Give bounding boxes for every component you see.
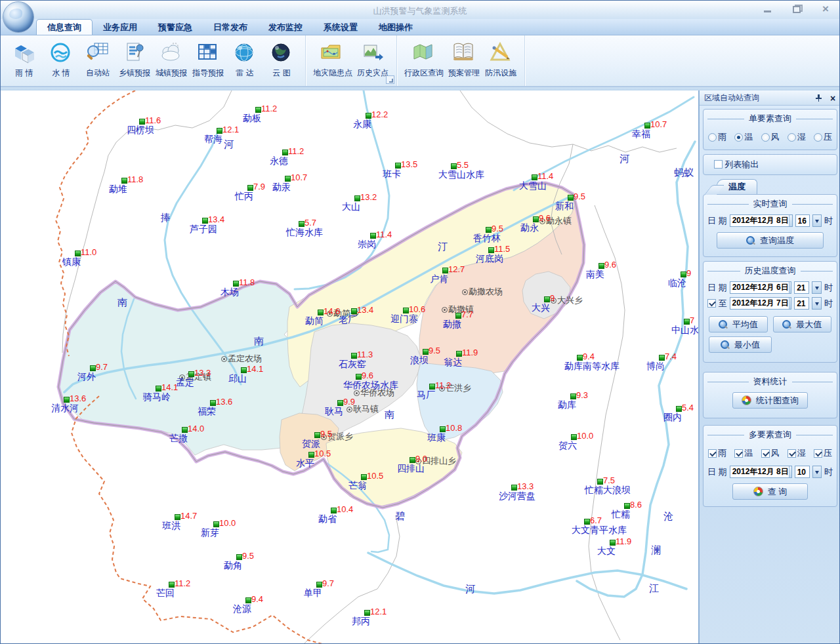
- tab-预警应急[interactable]: 预警应急: [148, 20, 203, 35]
- station-marker-icon[interactable]: [598, 263, 604, 269]
- list-output-checkbox[interactable]: [714, 160, 723, 169]
- history-start-date-combo[interactable]: 2012年12月 6日: [730, 281, 792, 294]
- station-marker-icon[interactable]: [410, 457, 415, 463]
- checkbox-icon[interactable]: [708, 449, 717, 458]
- station-marker-icon[interactable]: [577, 355, 583, 361]
- checkbox-压[interactable]: 压: [814, 447, 832, 459]
- station-marker-icon[interactable]: [533, 216, 539, 222]
- station-marker-icon[interactable]: [241, 367, 247, 373]
- station-marker-icon[interactable]: [90, 365, 96, 371]
- station-marker-icon[interactable]: [455, 313, 461, 319]
- station-marker-icon[interactable]: [351, 308, 357, 314]
- chevron-down-icon[interactable]: [789, 215, 793, 226]
- station-marker-icon[interactable]: [395, 163, 401, 169]
- station-marker-icon[interactable]: [597, 479, 603, 485]
- statistics-chart-button[interactable]: 统计图查询: [732, 392, 808, 409]
- station-marker-icon[interactable]: [403, 308, 409, 313]
- station-marker-icon[interactable]: [236, 554, 242, 560]
- checkbox-icon[interactable]: [734, 449, 743, 458]
- tab-日常发布[interactable]: 日常发布: [203, 20, 258, 35]
- group-dialog-launcher[interactable]: [386, 75, 394, 84]
- history-start-hour-input[interactable]: 21: [794, 281, 809, 294]
- toolbar-button-city-forecast[interactable]: 城镇预报: [153, 37, 190, 86]
- radio-压[interactable]: 压: [814, 131, 832, 143]
- toolbar-button-water[interactable]: 水 情: [43, 37, 79, 86]
- history-end-hour-input[interactable]: 21: [794, 297, 809, 310]
- station-marker-icon[interactable]: [366, 113, 371, 119]
- tab-系统设置[interactable]: 系统设置: [313, 20, 368, 35]
- radio-风[interactable]: 风: [761, 131, 780, 143]
- station-marker-icon[interactable]: [456, 351, 462, 357]
- radio-button-icon[interactable]: [708, 133, 717, 142]
- radio-button-icon[interactable]: [734, 133, 743, 142]
- station-marker-icon[interactable]: [659, 355, 665, 361]
- minimize-button[interactable]: [763, 5, 772, 14]
- checkbox-icon[interactable]: [761, 449, 770, 458]
- station-marker-icon[interactable]: [213, 521, 219, 527]
- toolbar-button-guide-forecast[interactable]: 指导预报: [190, 37, 226, 86]
- station-marker-icon[interactable]: [75, 251, 81, 256]
- station-marker-icon[interactable]: [532, 174, 537, 180]
- checkbox-icon[interactable]: [788, 449, 796, 458]
- station-marker-icon[interactable]: [511, 485, 517, 491]
- station-marker-icon[interactable]: [318, 310, 324, 315]
- station-marker-icon[interactable]: [571, 434, 577, 440]
- station-marker-icon[interactable]: [337, 400, 343, 406]
- pin-icon[interactable]: [814, 94, 823, 103]
- station-marker-icon[interactable]: [624, 503, 630, 509]
- toolbar-button-rain[interactable]: 雨 情: [6, 37, 43, 86]
- map-area[interactable]: 河捧南南汀河南碧河沧澜江蚂蚁 孟定农场孟定镇勐永镇勐简乡勐撒农场勐撒镇大兴乡芒洪…: [1, 91, 698, 644]
- station-marker-icon[interactable]: [64, 397, 70, 403]
- station-marker-icon[interactable]: [175, 514, 180, 520]
- station-marker-icon[interactable]: [570, 393, 576, 399]
- panel-close-icon[interactable]: ×: [828, 94, 837, 103]
- station-marker-icon[interactable]: [486, 227, 492, 233]
- history-start-hour-dropdown[interactable]: [812, 281, 822, 294]
- station-marker-icon[interactable]: [188, 371, 194, 377]
- station-marker-icon[interactable]: [217, 128, 222, 134]
- chevron-down-icon[interactable]: [789, 466, 792, 477]
- station-marker-icon[interactable]: [121, 178, 127, 184]
- station-marker-icon[interactable]: [247, 185, 253, 191]
- station-marker-icon[interactable]: [308, 452, 314, 458]
- realtime-date-combo[interactable]: 2012年12月 8日: [730, 214, 793, 227]
- station-marker-icon[interactable]: [451, 163, 457, 169]
- station-marker-icon[interactable]: [245, 597, 251, 603]
- station-marker-icon[interactable]: [423, 349, 429, 355]
- station-marker-icon[interactable]: [156, 386, 161, 392]
- station-marker-icon[interactable]: [331, 508, 337, 513]
- station-marker-icon[interactable]: [364, 610, 370, 616]
- tab-temperature[interactable]: 温度: [717, 179, 757, 194]
- checkbox-湿[interactable]: 湿: [788, 447, 806, 459]
- station-marker-icon[interactable]: [429, 384, 435, 390]
- toolbar-button-plan[interactable]: 预案管理: [446, 37, 482, 86]
- station-marker-icon[interactable]: [314, 432, 320, 438]
- maximum-button[interactable]: 最大值: [773, 316, 832, 332]
- checkbox-icon[interactable]: [814, 449, 822, 458]
- realtime-hour-dropdown[interactable]: [812, 214, 822, 227]
- restore-button[interactable]: [792, 5, 801, 14]
- checkbox-风[interactable]: 风: [761, 447, 780, 459]
- radio-温[interactable]: 温: [734, 131, 753, 143]
- chevron-down-icon[interactable]: [789, 282, 792, 293]
- station-marker-icon[interactable]: [169, 582, 175, 588]
- station-marker-icon[interactable]: [285, 176, 291, 182]
- station-marker-icon[interactable]: [584, 519, 590, 525]
- radio-雨[interactable]: 雨: [708, 131, 726, 143]
- station-marker-icon[interactable]: [255, 107, 261, 113]
- history-end-hour-dropdown[interactable]: [812, 297, 822, 310]
- tab-信息查询[interactable]: 信息查询: [36, 19, 93, 35]
- toolbar-button-radar[interactable]: 雷 达: [226, 37, 263, 86]
- station-marker-icon[interactable]: [361, 474, 367, 480]
- chevron-down-icon[interactable]: [789, 298, 792, 309]
- station-marker-icon[interactable]: [233, 281, 239, 287]
- radio-湿[interactable]: 湿: [788, 131, 806, 143]
- station-marker-icon[interactable]: [182, 427, 188, 433]
- toolbar-button-autostation[interactable]: 自动站: [79, 37, 116, 86]
- multi-query-button[interactable]: 查 询: [732, 483, 808, 500]
- toolbar-button-hazard[interactable]: 地灾隐患点: [311, 37, 354, 86]
- history-to-checkbox[interactable]: [707, 299, 716, 308]
- station-marker-icon[interactable]: [488, 247, 494, 253]
- close-button[interactable]: ×: [821, 5, 830, 14]
- radio-button-icon[interactable]: [761, 133, 770, 142]
